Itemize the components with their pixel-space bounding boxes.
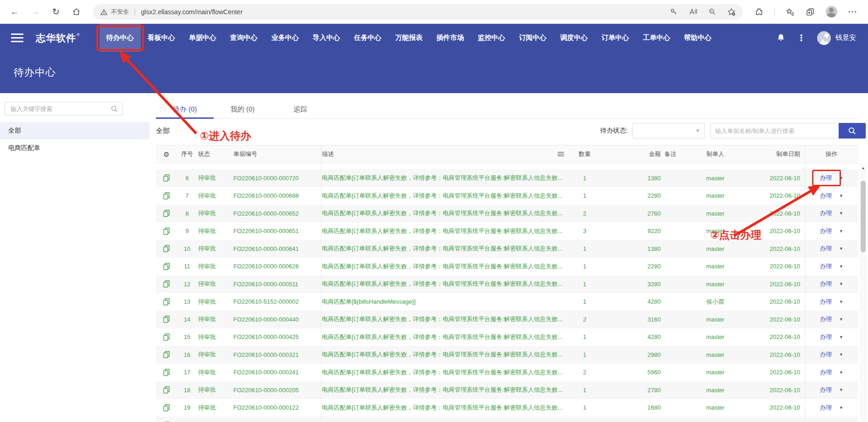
cell-status: 待审批 (197, 240, 232, 258)
row-action-caret-icon[interactable]: ▼ (839, 352, 843, 357)
scrollbar-thumb[interactable] (861, 181, 866, 252)
copy-icon[interactable] (163, 404, 170, 411)
scrollbar-up-icon[interactable]: ▲ (860, 164, 867, 172)
nav-item-help-center[interactable]: 帮助中心 (677, 24, 719, 52)
tab-todo[interactable]: 待办 (0) (156, 100, 214, 118)
row-action-caret-icon[interactable]: ▼ (839, 370, 843, 375)
row-action-caret-icon[interactable]: ▼ (839, 317, 843, 322)
refresh-icon[interactable]: ↻ (52, 7, 60, 16)
sidebar-search-input[interactable] (10, 105, 111, 113)
nav-item-task-center[interactable]: 任务中心 (347, 24, 388, 52)
handle-link[interactable]: 办理 (820, 174, 832, 182)
nav-item-workorder-center[interactable]: 工单中心 (636, 24, 677, 52)
profile-avatar[interactable] (826, 6, 837, 17)
tab-label: 我的 (0) (231, 105, 255, 114)
nav-item-business-center[interactable]: 业务中心 (265, 24, 306, 52)
handle-link[interactable]: 办理 (820, 192, 832, 200)
bill-search-input[interactable] (710, 123, 839, 139)
handle-link[interactable]: 办理 (820, 368, 832, 377)
handle-link[interactable]: 办理 (820, 386, 832, 394)
handle-link[interactable]: 办理 (820, 298, 832, 306)
row-action-caret-icon[interactable]: ▼ (839, 264, 843, 269)
nav-item-subscribe-center[interactable]: 订阅中心 (512, 24, 553, 52)
row-action-caret-icon[interactable]: ▼ (839, 229, 843, 233)
nav-item-plugin-market[interactable]: 插件市场 (430, 24, 471, 52)
search-button[interactable] (839, 123, 866, 139)
handle-link[interactable]: 办理 (820, 333, 832, 341)
row-action-caret-icon[interactable]: ▼ (839, 300, 843, 304)
nav-item-bill-center[interactable]: 单据中心 (182, 24, 223, 52)
hamburger-menu-icon[interactable] (11, 33, 23, 42)
row-action-caret-icon[interactable]: ▼ (839, 388, 843, 392)
cell-status: 待审批 (197, 328, 232, 346)
address-bar[interactable]: 不安全 | glsx2.ellassay.com/main/flowCenter (93, 4, 743, 20)
row-action-caret-icon[interactable]: ▼ (839, 335, 843, 339)
security-warning-icon[interactable] (100, 9, 107, 15)
nav-item-todo-center[interactable]: 待办中心 (100, 24, 141, 52)
handle-link[interactable]: 办理 (820, 244, 832, 253)
handle-link[interactable]: 办理 (820, 350, 832, 359)
copy-icon[interactable] (163, 210, 170, 217)
copy-icon[interactable] (163, 333, 170, 341)
sidebar-item-all[interactable]: 全部 (0, 122, 149, 139)
collections-icon[interactable] (786, 8, 795, 16)
copy-icon[interactable] (163, 245, 170, 252)
copy-icon[interactable] (163, 174, 170, 182)
browser-tabs-icon[interactable] (806, 7, 815, 17)
handle-link[interactable]: 办理 (820, 315, 832, 323)
row-action-caret-icon[interactable]: ▼ (839, 176, 843, 180)
copy-icon[interactable] (163, 316, 170, 323)
nav-item-kanban-center[interactable]: 看板中心 (141, 24, 182, 52)
nav-more-icon[interactable]: ⋮ (797, 33, 806, 43)
tab-trace[interactable]: 追踪 (271, 100, 329, 118)
password-key-icon[interactable] (670, 8, 678, 16)
row-action-caret-icon[interactable]: ▼ (839, 282, 843, 286)
copy-icon[interactable] (163, 228, 170, 235)
copy-icon[interactable] (163, 263, 170, 270)
copy-icon[interactable] (163, 369, 170, 376)
row-action-caret-icon[interactable]: ▼ (839, 211, 843, 216)
home-icon[interactable] (72, 7, 81, 16)
group-filter-label[interactable]: 全部 (156, 127, 170, 135)
handle-link[interactable]: 办理 (820, 262, 832, 271)
copy-icon[interactable] (163, 386, 170, 394)
favorite-star-icon[interactable] (727, 8, 735, 16)
sidebar-item-ecommerce-match[interactable]: 电商匹配单 (0, 139, 149, 157)
row-action-caret-icon[interactable]: ▼ (839, 246, 843, 251)
handle-link[interactable]: 办理 (820, 227, 832, 235)
copy-icon[interactable] (163, 298, 170, 305)
zoom-out-icon[interactable] (708, 8, 716, 16)
user-menu[interactable]: 钱昱安 (817, 31, 856, 45)
handle-link[interactable]: 办理 (820, 209, 832, 217)
extensions-icon[interactable] (755, 7, 763, 16)
nav-item-dispatch-center[interactable]: 调度中心 (553, 24, 595, 52)
tab-mine[interactable]: 我的 (0) (214, 100, 271, 118)
cell-seq: 13 (177, 293, 197, 311)
handle-link[interactable]: 办理 (820, 404, 832, 412)
copy-icon[interactable] (163, 192, 170, 200)
todo-status-select[interactable]: ▼ (632, 123, 705, 139)
sidebar-search-box[interactable] (5, 102, 122, 116)
desc-filter-icon[interactable] (558, 152, 564, 156)
nav-item-monitor-center[interactable]: 监控中心 (471, 24, 512, 52)
nav-item-query-center[interactable]: 查询中心 (223, 24, 265, 52)
nav-item-import-center[interactable]: 导入中心 (306, 24, 347, 52)
cell-remark (663, 275, 688, 293)
browser-menu-icon[interactable]: ··· (848, 7, 857, 17)
row-action-caret-icon[interactable]: ▼ (839, 194, 843, 198)
nav-item-order-center[interactable]: 订单中心 (595, 24, 636, 52)
handle-link[interactable]: 办理 (820, 280, 832, 288)
copy-icon[interactable] (163, 351, 170, 358)
copy-icon[interactable] (163, 280, 170, 288)
table-row: 15 待审批 FO220610-0000-000425 电商匹配单[订单联系人解… (156, 328, 858, 346)
notification-bell-icon[interactable] (776, 33, 785, 43)
cell-amount: 2280 (601, 258, 663, 276)
cell-remark (663, 293, 688, 311)
table-scrollbar[interactable]: ▲ (860, 164, 867, 422)
read-aloud-icon[interactable] (689, 8, 697, 16)
column-settings-gear-icon[interactable]: ⚙ (163, 151, 169, 158)
forward-icon[interactable]: → (31, 7, 40, 16)
row-action-caret-icon[interactable]: ▼ (839, 405, 843, 410)
back-icon[interactable]: ← (10, 7, 19, 16)
nav-item-report-center[interactable]: 万能报表 (388, 24, 430, 52)
